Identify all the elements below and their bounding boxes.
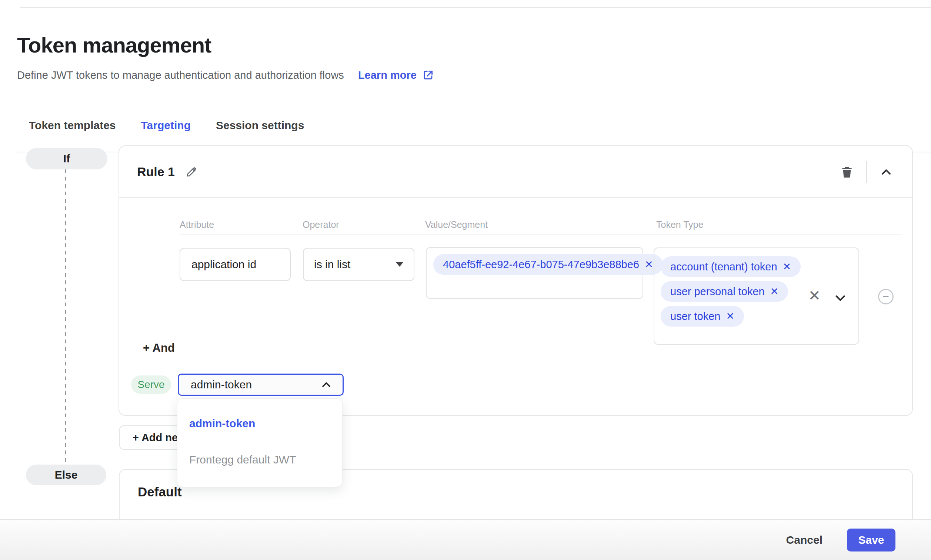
token-chip: user token ✕	[661, 306, 744, 327]
token-chip-label: user personal token	[670, 286, 765, 298]
column-header-value-segment: Value/Segment	[425, 219, 488, 230]
tab-targeting-label: Targeting	[141, 119, 191, 131]
external-link-icon	[422, 69, 434, 82]
tab-session-settings-label: Session settings	[216, 119, 304, 131]
rule-header-actions	[838, 146, 895, 198]
delete-rule-button[interactable]	[838, 163, 856, 181]
token-chip-label: user token	[670, 310, 720, 323]
header-actions-divider	[866, 161, 867, 183]
remove-condition-button[interactable]: −	[878, 289, 894, 305]
rule-title: Rule 1	[137, 165, 175, 179]
pencil-icon	[185, 165, 199, 178]
value-segment-box[interactable]: 40aef5ff-ee92-4e67-b075-47e9b3e88be6 ✕	[426, 247, 643, 299]
column-header-attribute: Attribute	[180, 219, 214, 230]
edit-rule-name-button[interactable]	[184, 164, 199, 179]
if-pill: If	[26, 148, 107, 169]
top-divider	[20, 7, 931, 8]
token-chip: account (tenant) token ✕	[661, 256, 801, 277]
token-chip-label: account (tenant) token	[670, 261, 777, 273]
token-chip-remove-icon[interactable]: ✕	[770, 287, 779, 297]
serve-token-select[interactable]: admin-token	[178, 374, 344, 396]
learn-more-link[interactable]: Learn more	[358, 69, 434, 82]
else-pill: Else	[26, 465, 106, 485]
token-type-chevron-down-icon[interactable]	[832, 290, 848, 306]
token-type-clear-all-icon[interactable]: ✕	[808, 288, 821, 303]
chevron-up-icon	[879, 165, 894, 179]
tab-token-templates[interactable]: Token templates	[16, 115, 128, 152]
dropdown-option-frontegg-default-jwt[interactable]: Frontegg default JWT	[189, 454, 296, 466]
page-title: Token management	[17, 32, 211, 57]
serve-token-dropdown-menu: admin-token Frontegg default JWT	[177, 398, 343, 487]
token-chip: user personal token ✕	[661, 281, 788, 302]
column-header-token-type: Token Type	[656, 219, 703, 230]
learn-more-label: Learn more	[358, 69, 417, 82]
operator-select-value: is in list	[314, 258, 350, 271]
attribute-input[interactable]: application id	[180, 248, 291, 281]
tab-token-templates-label: Token templates	[29, 119, 116, 131]
value-chip-label: 40aef5ff-ee92-4e67-b075-47e9b3e88be6	[443, 258, 639, 271]
column-header-operator: Operator	[303, 219, 339, 230]
rule-header: Rule 1	[119, 146, 912, 198]
token-chip-remove-icon[interactable]: ✕	[783, 262, 791, 272]
serve-badge: Serve	[131, 375, 171, 394]
token-chip-remove-icon[interactable]: ✕	[726, 311, 734, 322]
flow-connector-dashed-line	[65, 169, 66, 465]
add-and-condition-button[interactable]: + And	[143, 342, 175, 355]
value-chip: 40aef5ff-ee92-4e67-b075-47e9b3e88be6 ✕	[433, 254, 663, 275]
minus-icon: −	[883, 290, 889, 303]
token-type-multiselect[interactable]: account (tenant) token ✕ user personal t…	[654, 248, 859, 345]
dropdown-option-admin-token[interactable]: admin-token	[189, 417, 255, 430]
column-headers-divider	[180, 234, 902, 234]
default-card-title: Default	[138, 485, 182, 499]
rule-card: Rule 1	[119, 145, 913, 416]
cancel-button[interactable]: Cancel	[786, 534, 823, 546]
serve-token-select-value: admin-token	[191, 378, 252, 391]
footer-action-bar: Cancel Save	[0, 519, 931, 560]
attribute-input-value: application id	[191, 258, 256, 271]
caret-down-icon	[396, 262, 403, 267]
chevron-up-icon	[320, 378, 333, 391]
collapse-rule-button[interactable]	[877, 163, 895, 181]
serve-row: Serve admin-token	[131, 374, 344, 396]
operator-select[interactable]: is in list	[303, 248, 414, 281]
save-button[interactable]: Save	[847, 529, 895, 551]
page-subtitle-row: Define JWT tokens to manage authenticati…	[17, 69, 434, 82]
trash-icon	[840, 165, 854, 179]
token-management-page: Token management Define JWT tokens to ma…	[0, 0, 931, 560]
page-subtitle: Define JWT tokens to manage authenticati…	[17, 69, 344, 82]
value-chip-remove-icon[interactable]: ✕	[645, 260, 653, 270]
